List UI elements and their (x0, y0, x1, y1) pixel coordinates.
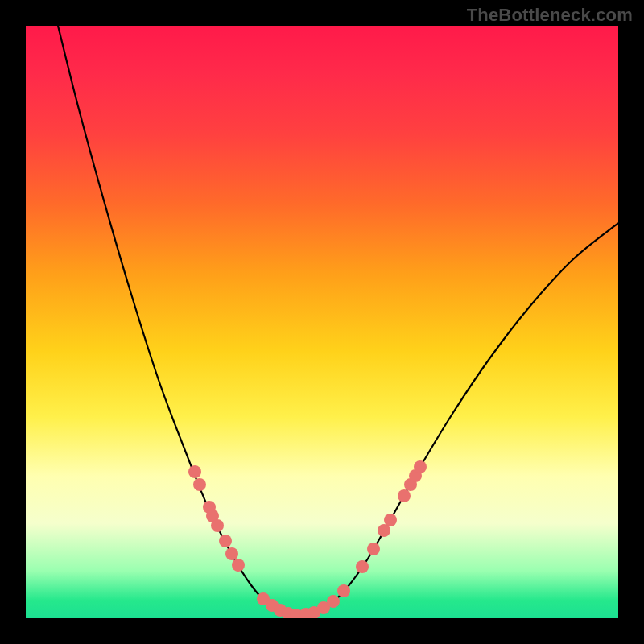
data-marker (384, 514, 397, 526)
data-marker (414, 460, 427, 473)
markers-right-group (356, 460, 427, 573)
curve-svg (26, 26, 618, 618)
data-marker (232, 559, 245, 572)
data-marker (188, 465, 201, 478)
data-marker (211, 519, 224, 532)
markers-left-group (188, 465, 245, 572)
data-marker (398, 489, 411, 502)
data-marker (337, 584, 350, 597)
data-marker (356, 560, 369, 573)
data-marker (219, 535, 232, 547)
data-marker (225, 547, 238, 560)
data-marker (327, 595, 340, 608)
bottleneck-curve (58, 26, 618, 615)
data-marker (193, 478, 206, 491)
markers-bottom-group (257, 584, 350, 618)
chart-frame: TheBottleneck.com (0, 0, 644, 644)
data-marker (367, 543, 380, 555)
plot-area (26, 26, 618, 618)
watermark-text: TheBottleneck.com (467, 5, 633, 26)
